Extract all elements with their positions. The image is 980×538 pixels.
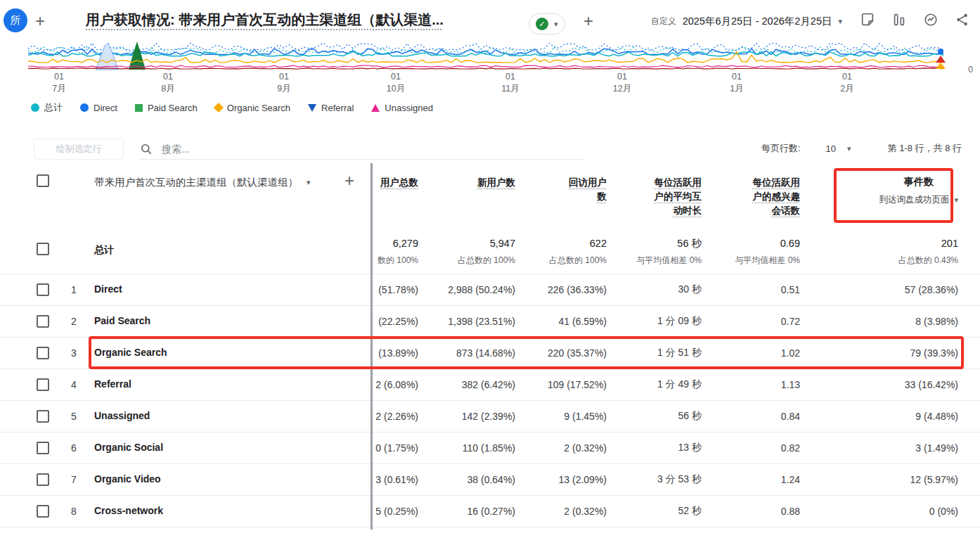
date-range-picker[interactable]: 自定义 2025年6月25日 - 2026年2月25日 ▾ (651, 15, 842, 28)
share-icon[interactable] (955, 12, 970, 27)
metric-cell: (22.25%) (372, 316, 418, 327)
row-checkbox[interactable] (37, 442, 49, 454)
legend-item-referral[interactable]: Referral (308, 103, 354, 113)
note-icon[interactable] (860, 12, 875, 27)
metric-cell: 33 (16.42%) (800, 379, 980, 390)
frozen-column-divider[interactable] (370, 163, 373, 530)
data-quality-badge[interactable]: ✓ ▾ (529, 13, 565, 34)
table-header-row: 带来用户首次互动的主渠道组（默认渠道组） ▾ + 用户总数新用户数回访用户 数每… (0, 167, 980, 231)
legend-item-direct[interactable]: Direct (80, 103, 117, 113)
metric-cell: 0.51 (702, 284, 800, 295)
events-column-title: 事件数 (879, 176, 958, 188)
row-checkbox[interactable] (37, 410, 49, 423)
row-metrics: (51.78%)2,988 (50.24%)226 (36.33%)30 秒0.… (372, 274, 980, 305)
plot-selected-rows-button[interactable]: 绘制选定行 (34, 139, 124, 160)
rows-per-page-select[interactable]: 10 ▾ (826, 143, 851, 154)
row-checkbox[interactable] (37, 378, 49, 391)
legend-diamond-icon (214, 103, 224, 113)
table-row-unassigned[interactable]: 5 Unassigned 2 (2.26%)142 (2.39%)9 (1.45… (0, 401, 980, 433)
metric-cell: 16 (0.27%) (418, 506, 515, 517)
metric-cell: 3 (0.61%) (372, 474, 418, 485)
table-row-referral[interactable]: 4 Referral 2 (6.08%)382 (6.42%)109 (17.5… (0, 369, 980, 401)
add-icon[interactable]: + (35, 13, 45, 30)
metric-cell: 110 (1.85%) (418, 442, 515, 454)
legend-triangle-up-icon (371, 104, 380, 112)
search-input[interactable] (162, 143, 457, 155)
table-row-organic-social[interactable]: 6 Organic Social 0 (1.75%)110 (1.85%)2 (… (0, 433, 980, 464)
metric-cell: 1,398 (23.51%) (418, 316, 515, 327)
rows-per-page-value: 10 (826, 143, 836, 154)
row-checkbox[interactable] (37, 347, 49, 359)
table-row-organic-search[interactable]: 3 Organic Search (13.89%)873 (14.68%)220… (0, 338, 980, 369)
totals-cell: 6,279数的 100% (372, 237, 418, 267)
metric-cell: 5 (0.25%) (372, 506, 418, 517)
table-body: 1 Direct (51.78%)2,988 (50.24%)226 (36.3… (0, 274, 980, 527)
legend-item-organic-search[interactable]: Organic Search (215, 103, 290, 113)
pagination-status: 第 1-8 行，共 8 行 (888, 142, 962, 155)
insights-icon[interactable] (923, 12, 939, 27)
events-column-subtitle: 到达询盘成功页面 (879, 194, 949, 206)
metric-cell: 0 (1.75%) (372, 442, 418, 454)
totals-caption: 与平均值相差 0% (607, 255, 702, 267)
x-axis-tick: 0110月 (387, 71, 405, 95)
totals-checkbox[interactable] (37, 243, 49, 255)
chevron-down-icon: ▾ (554, 20, 558, 28)
row-channel-name: Organic Social (94, 442, 163, 453)
column-header-label: 用户总数 (380, 177, 418, 188)
legend-label: Referral (321, 103, 354, 113)
row-checkbox[interactable] (37, 473, 49, 486)
legend-item-paid-search[interactable]: Paid Search (135, 103, 198, 113)
metric-cell: 41 (6.59%) (515, 316, 607, 327)
events-column-event-select[interactable]: 到达询盘成功页面 ▾ (879, 194, 958, 206)
column-header[interactable]: 用户总数 (372, 176, 418, 218)
row-checkbox[interactable] (37, 505, 49, 518)
totals-value: 0.69 (702, 237, 800, 250)
totals-cell: 56 秒与平均值相差 0% (607, 237, 702, 267)
row-index: 6 (71, 442, 77, 454)
row-index: 8 (71, 506, 77, 517)
compare-charts-icon[interactable] (891, 12, 907, 27)
add-dimension-icon[interactable]: + (344, 172, 354, 189)
metric-cell: 142 (2.39%) (418, 411, 515, 422)
column-header-events[interactable]: 事件数 到达询盘成功页面 ▾ (800, 176, 980, 218)
table-row-direct[interactable]: 1 Direct (51.78%)2,988 (50.24%)226 (36.3… (0, 274, 980, 306)
totals-caption: 与平均值相差 0% (702, 255, 800, 267)
header-bar: 所 + 用户获取情况: 带来用户首次互动的主渠道组（默认渠道... ✓ ▾ + … (0, 0, 980, 41)
row-index: 5 (71, 411, 77, 422)
metric-cell: 1 分 09 秒 (607, 315, 702, 328)
date-range-value: 2025年6月25日 - 2026年2月25日 (683, 15, 832, 28)
table-row-organic-video[interactable]: 7 Organic Video 3 (0.61%)38 (0.64%)13 (2… (0, 464, 980, 496)
property-avatar[interactable]: 所 (4, 8, 27, 32)
column-header[interactable]: 每位活跃用 户的平均互 动时长 (607, 176, 702, 218)
column-header[interactable]: 回访用户 数 (515, 176, 607, 218)
metric-cell: 8 (3.98%) (800, 316, 980, 327)
metric-cell: 2 (0.32%) (515, 506, 607, 517)
row-index: 1 (71, 284, 77, 295)
totals-label: 总计 (94, 244, 114, 257)
column-header[interactable]: 每位活跃用 户的感兴趣 会话数 (702, 176, 800, 218)
report-title[interactable]: 用户获取情况: 带来用户首次互动的主渠道组（默认渠道... (86, 11, 444, 30)
select-all-checkbox[interactable] (37, 174, 49, 187)
legend-item-unassigned[interactable]: Unassigned (371, 103, 433, 113)
metric-cell: 13 秒 (607, 442, 702, 454)
dimension-select[interactable]: 带来用户首次互动的主渠道组（默认渠道组） ▾ (94, 176, 311, 189)
legend-item-总计[interactable]: 总计 (31, 101, 63, 114)
dimension-label: 带来用户首次互动的主渠道组（默认渠道组） (94, 176, 298, 189)
metric-cell: 873 (14.68%) (418, 347, 515, 359)
metric-cell: 226 (36.33%) (515, 284, 607, 295)
column-header[interactable]: 新用户数 (418, 176, 515, 218)
header-actions (860, 12, 970, 27)
add-comparison-icon[interactable]: + (584, 13, 593, 30)
pagination-controls: 每页行数: 10 ▾ 第 1-8 行，共 8 行 (761, 142, 962, 155)
metric-cell: (13.89%) (372, 347, 418, 359)
totals-value: 56 秒 (607, 237, 702, 250)
table-row-paid-search[interactable]: 2 Paid Search (22.25%)1,398 (23.51%)41 (… (0, 306, 980, 338)
table-row-cross-network[interactable]: 8 Cross-network 5 (0.25%)16 (0.27%)2 (0.… (0, 496, 980, 527)
legend-label: Organic Search (227, 103, 290, 113)
row-checkbox[interactable] (37, 283, 49, 296)
totals-row: 总计 6,279数的 100%5,947占总数的 100%622占总数的 100… (0, 231, 980, 274)
chevron-down-icon: ▾ (847, 145, 851, 153)
table-search[interactable] (139, 139, 585, 160)
row-checkbox[interactable] (37, 315, 49, 328)
acquisition-table: 带来用户首次互动的主渠道组（默认渠道组） ▾ + 用户总数新用户数回访用户 数每… (0, 167, 980, 538)
